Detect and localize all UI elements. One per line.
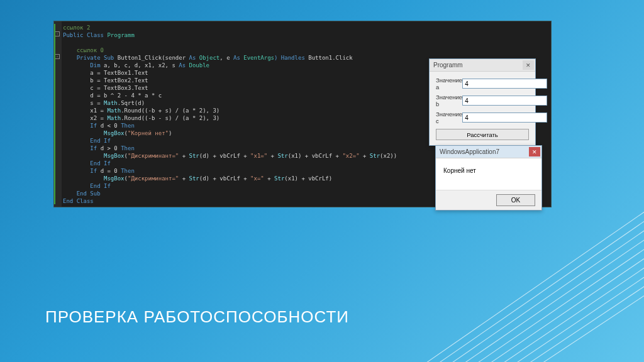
svg-line-3	[392, 214, 644, 362]
svg-line-5	[418, 233, 644, 362]
svg-line-2	[380, 205, 644, 362]
msgbox-window[interactable]: WindowsApplication7 ✕ Корней нет OK	[435, 145, 542, 211]
svg-line-4	[405, 224, 644, 362]
code-gutter: - -	[54, 21, 62, 207]
fold-marker-icon[interactable]: -	[55, 31, 60, 36]
slide-title: ПРОВЕРКА РАБОТОСПОСОБНОСТИ	[45, 307, 349, 327]
input-b[interactable]	[462, 96, 547, 106]
svg-line-9	[468, 271, 644, 362]
msgbox-body: Корней нет	[436, 158, 541, 190]
calculate-button[interactable]: Рассчитать	[436, 129, 529, 140]
svg-line-8	[455, 261, 644, 362]
form-titlebar[interactable]: Programm ✕	[430, 59, 535, 72]
msgbox-footer: OK	[436, 190, 541, 210]
label-a: Значение a	[436, 77, 462, 90]
input-c[interactable]	[462, 112, 547, 123]
form-window-programm[interactable]: Programm ✕ Значение a Значение b Значени…	[429, 58, 536, 146]
svg-line-6	[430, 243, 644, 362]
form-title: Programm	[433, 62, 523, 69]
ok-button[interactable]: OK	[496, 194, 535, 206]
svg-line-7	[443, 252, 644, 362]
svg-line-0	[355, 186, 644, 362]
label-c: Значение c	[436, 111, 462, 124]
msgbox-titlebar[interactable]: WindowsApplication7 ✕	[436, 146, 541, 158]
input-a[interactable]	[462, 79, 547, 89]
form-body: Значение a Значение b Значение c Рассчит…	[430, 72, 535, 145]
close-icon[interactable]: ✕	[523, 60, 534, 70]
close-icon[interactable]: ✕	[529, 147, 540, 156]
svg-line-1	[367, 195, 644, 362]
msgbox-text: Корней нет	[443, 167, 476, 174]
msgbox-title: WindowsApplication7	[440, 148, 529, 155]
change-bar	[54, 24, 55, 204]
fold-marker-icon[interactable]: -	[55, 54, 60, 59]
code-comment: ссылок 2	[63, 25, 90, 31]
label-b: Значение b	[436, 94, 462, 107]
